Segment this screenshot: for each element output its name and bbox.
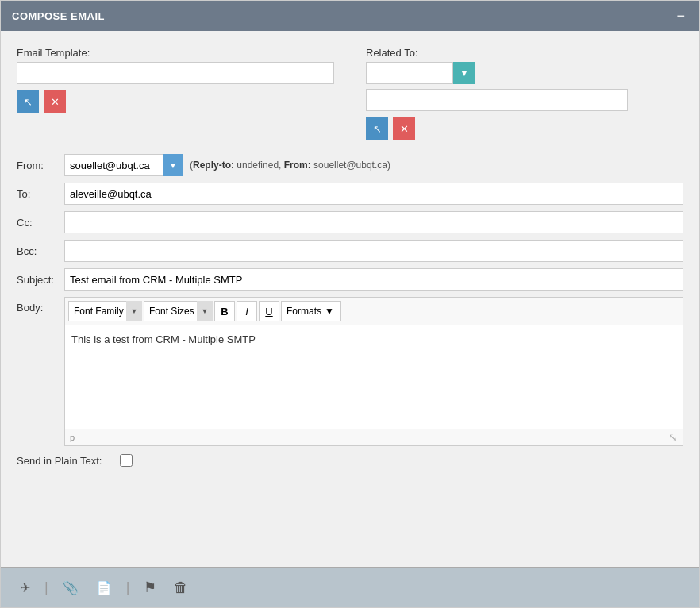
compose-email-panel: COMPOSE EMAIL − Email Template: ↖ ✕ [0,0,700,608]
related-to-type-input[interactable] [366,62,453,84]
trash-button[interactable]: 🗑 [171,576,191,599]
italic-button[interactable]: I [237,301,257,321]
compose-title: COMPOSE EMAIL [12,10,105,22]
related-to-dropdown-button[interactable]: ▼ [453,62,475,84]
from-label: From: [17,160,64,171]
underline-button[interactable]: U [259,301,279,321]
email-template-input[interactable] [17,62,334,84]
cc-label: Cc: [17,217,64,229]
email-template-select-button[interactable]: ↖ [17,90,39,113]
related-to-label: Related To: [366,47,683,59]
bold-icon: B [221,306,228,317]
footer-separator-2: | [126,580,130,595]
subject-row: Subject: [17,268,683,291]
flag-icon: ⚑ [144,579,156,596]
to-content [64,183,683,205]
related-to-search-input[interactable] [366,89,628,111]
send-button[interactable]: ✈ [17,577,33,598]
reply-to-label: Reply-to: [193,160,234,171]
subject-input[interactable] [64,268,683,291]
plain-text-checkbox[interactable] [120,454,133,467]
arrow-up-icon: ↖ [24,96,33,108]
minimize-button[interactable]: − [673,9,688,23]
template-button[interactable]: 📄 [93,577,115,598]
to-row: To: [17,183,683,205]
font-family-dropdown: Font Family ▼ [68,301,142,321]
trash-icon: 🗑 [174,579,188,596]
related-to-clear-button[interactable]: ✕ [393,117,415,140]
email-editor: Font Family ▼ Font Sizes ▼ [64,297,683,446]
from-prefix-label: From: [284,160,311,171]
related-to-input-row: ▼ [366,62,683,84]
formats-chevron-icon: ▼ [325,306,334,317]
flag-button[interactable]: ⚑ [140,575,160,599]
italic-icon: I [245,306,248,317]
editor-paragraph: This is a test from CRM - Multiple SMTP [71,332,676,348]
underline-icon: U [265,306,272,317]
bold-button[interactable]: B [214,301,235,321]
related-to-select-button[interactable]: ↖ [366,117,388,140]
editor-content-area[interactable]: This is a test from CRM - Multiple SMTP [65,325,683,429]
cc-row: Cc: [17,211,683,233]
cc-content [64,211,683,233]
to-input[interactable] [64,183,683,205]
bcc-row: Bcc: [17,240,683,262]
editor-tag-indicator: p [70,433,75,442]
editor-statusbar: p ⤡ [65,429,683,445]
compose-form: Email Template: ↖ ✕ Related To: [1,31,699,567]
footer-separator-1: | [44,580,48,595]
template-icon: 📄 [96,580,112,595]
editor-toolbar: Font Family ▼ Font Sizes ▼ [65,298,683,325]
cc-input[interactable] [64,211,683,233]
email-template-label: Email Template: [17,47,334,59]
reply-to-text: (Reply-to: undefined, From: souellet@ubq… [190,160,390,171]
plain-text-row: Send in Plain Text: [17,454,683,467]
plain-text-label: Send in Plain Text: [17,455,120,467]
attach-button[interactable]: 📎 [60,577,82,598]
from-select[interactable]: souellet@ubqt.ca [64,154,183,176]
subject-content [64,268,683,291]
font-family-select[interactable]: Font Family [68,301,142,321]
from-select-wrapper: souellet@ubqt.ca ▼ (Reply-to: undefined,… [64,154,683,176]
send-icon: ✈ [20,580,30,595]
formats-button[interactable]: Formats ▼ [281,301,341,321]
top-section: Email Template: ↖ ✕ Related To: [17,47,683,140]
bcc-label: Bcc: [17,245,64,257]
subject-label: Subject: [17,274,64,286]
resize-handle[interactable]: ⤡ [668,431,678,444]
email-template-clear-button[interactable]: ✕ [44,90,66,113]
bcc-input[interactable] [64,240,683,262]
to-label: To: [17,188,64,200]
body-section: Body: Font Family ▼ [17,297,683,446]
body-label: Body: [17,297,64,314]
font-sizes-dropdown: Font Sizes ▼ [144,301,213,321]
compose-footer: ✈ | 📎 📄 | ⚑ 🗑 [1,567,699,607]
close-icon-2: ✕ [400,123,409,135]
close-icon: ✕ [51,96,60,108]
bcc-content [64,240,683,262]
arrow-up-icon-2: ↖ [373,123,382,135]
formats-dropdown: Formats ▼ [281,301,341,321]
formats-label: Formats [287,306,321,317]
email-template-section: Email Template: ↖ ✕ [17,47,334,140]
related-to-section: Related To: ▼ ↖ ✕ [366,47,683,140]
font-sizes-select[interactable]: Font Sizes [144,301,213,321]
from-row: From: souellet@ubqt.ca ▼ (Reply-to: unde… [17,154,683,176]
from-select-container: souellet@ubqt.ca ▼ [64,154,183,176]
chevron-down-icon: ▼ [460,68,469,78]
compose-header: COMPOSE EMAIL − [1,1,699,31]
from-content: souellet@ubqt.ca ▼ (Reply-to: undefined,… [64,154,683,176]
attach-icon: 📎 [63,580,79,595]
